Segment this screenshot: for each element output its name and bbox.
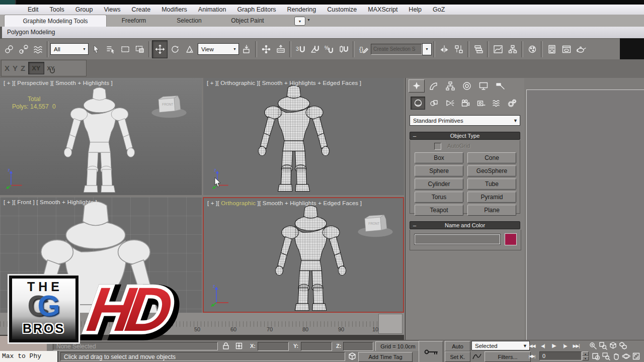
teapot-button[interactable]: Teapot	[415, 205, 463, 216]
object-type-rollout-header[interactable]: _ Object Type	[410, 132, 520, 140]
collapse-icon[interactable]: _	[413, 131, 416, 137]
pan-hand-icon[interactable]	[611, 351, 621, 361]
axis-constraint-y-button[interactable]: Y	[13, 64, 18, 72]
subtab-systems[interactable]	[505, 97, 519, 109]
key-filters-button[interactable]: Filters...	[485, 351, 531, 362]
render-setup-icon[interactable]	[544, 41, 559, 58]
menu-create[interactable]: Create	[126, 6, 156, 13]
menu-modifiers[interactable]: Modifiers	[156, 6, 193, 13]
set-keys-button[interactable]	[419, 341, 443, 362]
axis-constraint-x-button[interactable]: X	[5, 64, 10, 72]
named-selection-set-dropdown[interactable]: Create Selection S ▼	[371, 43, 432, 55]
previous-frame-button[interactable]: ◀|	[537, 341, 548, 350]
key-mode-toggle-button[interactable]: |◀▶|	[526, 351, 537, 361]
plane-button[interactable]: Plane	[467, 205, 516, 216]
reference-coordinate-system-dropdown[interactable]: View▼	[198, 43, 239, 55]
viewport-orthographic-active[interactable]: [ + ][ Orthographic ][ Smooth + Highligh…	[203, 197, 404, 313]
pyramid-button[interactable]: Pyramid	[467, 192, 516, 203]
use-pivot-point-icon[interactable]	[239, 41, 254, 58]
subtab-shapes[interactable]	[427, 97, 441, 109]
ribbon-overflow-arrow-icon[interactable]: ▼	[307, 18, 310, 22]
object-color-swatch[interactable]	[505, 233, 517, 245]
align-icon[interactable]	[451, 41, 466, 58]
keyboard-shortcut-override-icon[interactable]	[273, 41, 288, 58]
time-configuration-icon[interactable]	[591, 351, 601, 361]
viewport-orthographic-top[interactable]: [ + ][ Orthographic ][ Smooth + Highligh…	[203, 78, 404, 195]
spinner-up-icon[interactable]: ▲	[582, 351, 589, 356]
axis-constraint-z-button[interactable]: Z	[21, 64, 25, 72]
select-and-manipulate-icon[interactable]	[259, 41, 273, 58]
tab-create[interactable]	[409, 79, 425, 93]
menu-maxscript[interactable]: MAXScript	[362, 6, 403, 13]
select-and-rotate-icon[interactable]	[168, 41, 182, 58]
rendered-frame-window-icon[interactable]	[559, 41, 574, 58]
geosphere-button[interactable]: GeoSphere	[467, 165, 516, 176]
viewport-label[interactable]: [ + ][ Perspective ][ Smooth + Highlight…	[4, 80, 113, 86]
axis-constraint-xy-snap-button[interactable]: XY	[47, 65, 55, 71]
chevron-down-icon[interactable]: ▼	[422, 43, 432, 55]
set-key-mode-button[interactable]: Set K.	[445, 351, 470, 362]
zoom-region-icon[interactable]	[601, 351, 611, 361]
schematic-view-icon[interactable]	[505, 41, 520, 58]
viewport-label[interactable]: [ + ][ Orthographic ][ Smooth + Highligh…	[207, 200, 362, 206]
menu-animation[interactable]: Animation	[193, 6, 232, 13]
frame-spinner[interactable]: ▲ ▼	[582, 351, 589, 360]
subtab-helpers[interactable]	[474, 97, 488, 109]
orbit-icon[interactable]	[621, 351, 631, 361]
object-name-field[interactable]	[414, 234, 501, 245]
isolate-selection-cube-icon[interactable]	[348, 352, 357, 362]
tab-hierarchy[interactable]	[443, 80, 458, 92]
ribbon-overflow-button[interactable]: ▼	[294, 17, 305, 26]
spinner-snap-toggle-icon[interactable]	[337, 41, 351, 58]
box-button[interactable]: Box	[415, 152, 463, 163]
layer-manager-icon[interactable]	[471, 41, 486, 58]
edit-named-selection-sets-icon[interactable]: {}	[356, 41, 371, 58]
window-crossing-icon[interactable]	[132, 41, 147, 58]
mirror-icon[interactable]	[437, 41, 451, 58]
x-coordinate-field[interactable]	[258, 342, 289, 351]
name-color-rollout-header[interactable]: _ Name and Color	[410, 221, 520, 229]
subtab-space-warps[interactable]	[490, 97, 503, 109]
ribbon-tab-freeform[interactable]: Freeform	[110, 15, 158, 27]
select-object-icon[interactable]	[89, 41, 103, 58]
auto-key-button[interactable]: Auto	[445, 341, 470, 351]
add-time-tag-button[interactable]: Add Time Tag	[358, 352, 413, 362]
go-to-end-button[interactable]: ▶▶|	[571, 341, 582, 350]
primitives-category-dropdown[interactable]: Standard Primitives▼	[410, 115, 520, 126]
y-coordinate-field[interactable]	[301, 342, 332, 351]
ribbon-tab-graphite-modeling-tools[interactable]: Graphite Modeling Tools	[4, 15, 107, 27]
menu-graph-editors[interactable]: Graph Editors	[231, 6, 281, 13]
next-frame-button[interactable]: |▶	[559, 341, 571, 350]
go-to-start-button[interactable]: |◀◀	[526, 341, 537, 350]
bind-to-space-warp-icon[interactable]	[31, 41, 45, 58]
key-filter-dropdown[interactable]: Selected▼	[471, 341, 530, 350]
tube-button[interactable]: Tube	[467, 178, 516, 190]
ribbon-tab-object-paint[interactable]: Object Paint	[220, 15, 275, 27]
current-frame-field[interactable]: 0	[539, 351, 582, 360]
menu-customize[interactable]: Customize	[321, 6, 362, 13]
maximize-viewport-toggle-icon[interactable]	[631, 351, 641, 361]
ribbon-tab-selection[interactable]: Selection	[166, 15, 212, 27]
viewport-label[interactable]: [ + ][ Orthographic ][ Smooth + Highligh…	[207, 80, 361, 86]
play-button[interactable]: ▶	[548, 341, 559, 350]
angle-snap-toggle-icon[interactable]	[307, 41, 322, 58]
menu-edit[interactable]: Edit	[22, 6, 44, 13]
menu-tools[interactable]: Tools	[44, 6, 70, 13]
menu-help[interactable]: Help	[403, 6, 427, 13]
tab-utilities[interactable]	[493, 80, 508, 92]
rectangular-selection-region-icon[interactable]	[118, 41, 132, 58]
subtab-lights[interactable]	[443, 97, 456, 109]
z-coordinate-field[interactable]	[343, 342, 373, 351]
subtab-geometry[interactable]	[411, 97, 425, 110]
cone-button[interactable]: Cone	[467, 152, 516, 163]
background-taskbar-window[interactable]: Max to Phy	[0, 351, 58, 362]
menu-group[interactable]: Group	[70, 6, 99, 13]
zoom-icon[interactable]	[588, 341, 598, 350]
sphere-button[interactable]: Sphere	[415, 165, 463, 176]
render-production-icon[interactable]	[574, 41, 588, 58]
select-and-move-icon[interactable]	[152, 40, 168, 58]
grid-setting-display[interactable]: Grid = 10.0cm	[375, 341, 421, 351]
tab-modify[interactable]	[426, 80, 441, 92]
tab-display[interactable]	[476, 80, 491, 92]
zoom-extents-icon[interactable]	[608, 341, 618, 350]
